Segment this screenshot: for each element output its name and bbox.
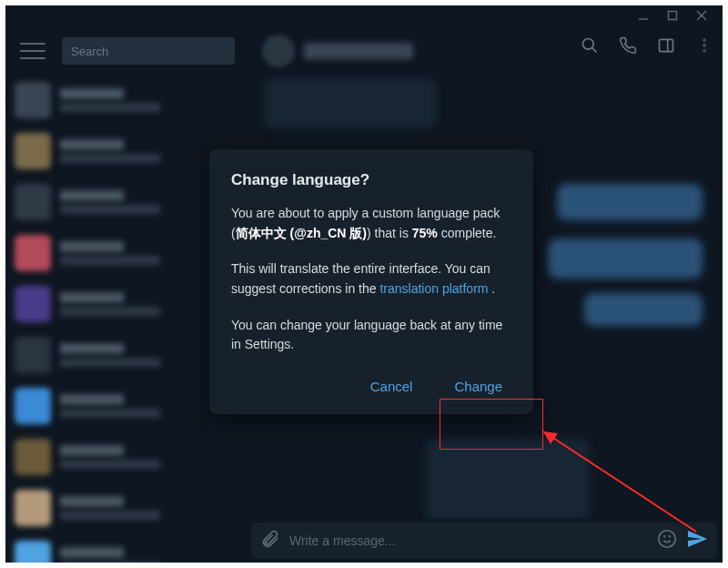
close-button[interactable] xyxy=(695,9,708,22)
svg-point-8 xyxy=(703,39,706,42)
chat-list-item[interactable] xyxy=(5,431,242,482)
change-language-dialog: Change language? You are about to apply … xyxy=(209,149,533,414)
chat-preview xyxy=(60,205,160,214)
chat-list-item[interactable] xyxy=(5,177,242,228)
svg-rect-6 xyxy=(660,39,673,51)
app-window: Search Write a me xyxy=(5,5,723,563)
search-input[interactable]: Search xyxy=(62,37,235,65)
chat-avatar xyxy=(15,541,51,563)
dialog-title: Change language? xyxy=(231,171,511,189)
change-button[interactable]: Change xyxy=(445,371,511,401)
svg-point-10 xyxy=(703,50,706,53)
menu-button[interactable] xyxy=(20,43,46,59)
call-icon[interactable] xyxy=(619,36,637,58)
chat-avatar xyxy=(15,235,51,271)
translation-platform-link[interactable]: translation platform xyxy=(379,281,488,296)
sidepanel-icon[interactable] xyxy=(657,36,675,58)
chat-preview xyxy=(60,511,160,520)
dialog-p2: This will translate the entire interface… xyxy=(231,259,511,299)
chat-list-item[interactable] xyxy=(5,330,242,380)
maximize-button[interactable] xyxy=(666,9,679,22)
dialog-p1: You are about to apply a custom language… xyxy=(231,204,511,243)
chat-preview xyxy=(60,409,160,418)
svg-point-11 xyxy=(659,531,675,547)
chat-name xyxy=(60,496,124,507)
chat-name xyxy=(60,241,124,252)
chat-avatar xyxy=(262,35,295,67)
search-placeholder: Search xyxy=(71,45,108,58)
attach-icon[interactable] xyxy=(260,529,280,553)
chat-name xyxy=(60,394,124,405)
chat-avatar xyxy=(15,82,51,118)
header-actions xyxy=(581,36,713,58)
chat-avatar xyxy=(15,490,51,526)
chat-preview xyxy=(60,103,160,112)
svg-line-5 xyxy=(592,48,597,53)
dialog-body: You are about to apply a custom language… xyxy=(231,204,511,355)
dialog-actions: Cancel Change xyxy=(231,371,511,401)
window-controls xyxy=(637,5,723,27)
chat-name xyxy=(60,343,124,354)
svg-point-4 xyxy=(583,39,594,50)
chat-list-item[interactable] xyxy=(5,533,242,563)
search-icon[interactable] xyxy=(581,36,599,58)
more-icon[interactable] xyxy=(695,36,713,58)
chat-list-item[interactable] xyxy=(5,228,242,279)
svg-point-12 xyxy=(664,536,665,537)
chat-list-item[interactable] xyxy=(5,279,242,330)
svg-point-13 xyxy=(669,536,670,537)
chat-title xyxy=(304,43,413,59)
chat-list-item[interactable] xyxy=(5,126,242,177)
chat-list-item[interactable] xyxy=(5,380,242,431)
message-bubble xyxy=(264,78,437,129)
chat-avatar xyxy=(15,184,51,220)
chat-list xyxy=(5,75,242,563)
emoji-icon[interactable] xyxy=(657,529,677,553)
chat-name xyxy=(60,190,124,201)
chat-avatar xyxy=(15,439,51,475)
chat-avatar xyxy=(15,388,51,424)
dialog-p3: You can change your language back at any… xyxy=(231,316,511,355)
chat-list-item[interactable] xyxy=(5,482,242,533)
chat-name xyxy=(60,88,124,99)
chat-preview xyxy=(60,460,160,469)
message-bubble xyxy=(584,293,703,326)
svg-point-9 xyxy=(703,45,706,47)
chat-preview xyxy=(60,256,160,265)
cancel-button[interactable]: Cancel xyxy=(361,371,422,401)
chat-preview xyxy=(60,562,160,563)
chat-preview xyxy=(60,358,160,367)
message-placeholder: Write a message... xyxy=(289,533,395,548)
send-button[interactable] xyxy=(686,528,708,553)
chat-avatar xyxy=(15,337,51,373)
chat-list-item[interactable] xyxy=(5,75,242,126)
chat-name xyxy=(60,292,124,303)
message-bubble xyxy=(557,184,703,220)
message-bubble xyxy=(548,238,703,279)
compose-bar: Write a message... xyxy=(251,522,717,559)
chat-avatar xyxy=(15,133,51,169)
chat-preview xyxy=(60,154,160,163)
chat-avatar xyxy=(15,286,51,322)
message-input[interactable]: Write a message... xyxy=(289,533,648,548)
message-bubble xyxy=(426,439,590,519)
chat-name xyxy=(60,139,124,150)
chat-preview xyxy=(60,307,160,316)
minimize-button[interactable] xyxy=(637,9,650,22)
chat-name xyxy=(60,547,124,558)
svg-rect-1 xyxy=(669,12,677,20)
chat-name xyxy=(60,445,124,456)
